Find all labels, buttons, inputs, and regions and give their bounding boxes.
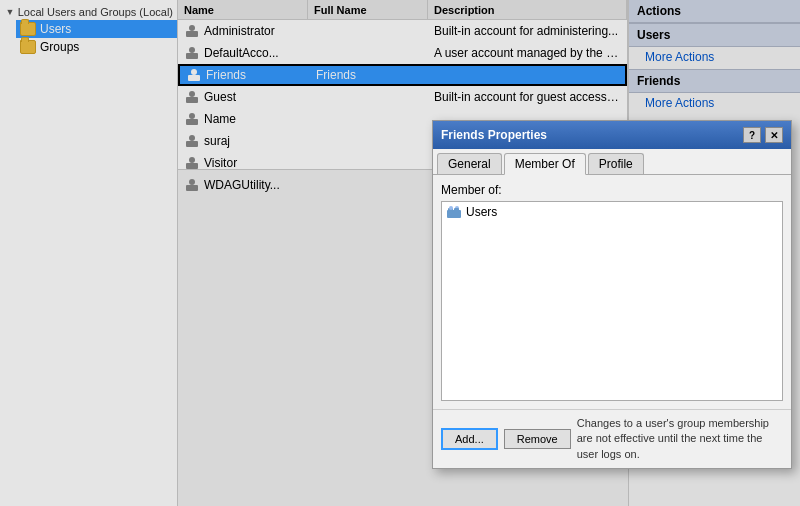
tabs-bar: General Member Of Profile	[433, 149, 791, 175]
dialog-footer: Add... Remove Changes to a user's group …	[433, 409, 791, 468]
tab-content-member-of: Member of: Users	[433, 175, 791, 409]
add-button[interactable]: Add...	[441, 428, 498, 450]
notice-box: Changes to a user's group membership are…	[577, 416, 783, 462]
member-of-label: Member of:	[441, 183, 783, 197]
member-item-users[interactable]: Users	[442, 202, 782, 222]
tab-profile[interactable]: Profile	[588, 153, 644, 174]
remove-button[interactable]: Remove	[504, 429, 571, 449]
dialog-controls: ? ✕	[743, 127, 783, 143]
dialog-title: Friends Properties	[441, 128, 547, 142]
dialog-body: General Member Of Profile Member of:	[433, 149, 791, 468]
dialog-help-btn[interactable]: ?	[743, 127, 761, 143]
notice-text: Changes to a user's group membership are…	[577, 417, 769, 460]
dialog-close-btn[interactable]: ✕	[765, 127, 783, 143]
dialog-titlebar: Friends Properties ? ✕	[433, 121, 791, 149]
svg-point-18	[449, 206, 453, 210]
friends-properties-dialog: Friends Properties ? ✕ General Member Of…	[432, 120, 792, 469]
tab-general[interactable]: General	[437, 153, 502, 174]
member-name: Users	[466, 205, 497, 219]
group-icon	[446, 204, 462, 220]
member-list[interactable]: Users	[441, 201, 783, 401]
tab-member-of[interactable]: Member Of	[504, 153, 586, 175]
svg-rect-20	[454, 208, 459, 212]
